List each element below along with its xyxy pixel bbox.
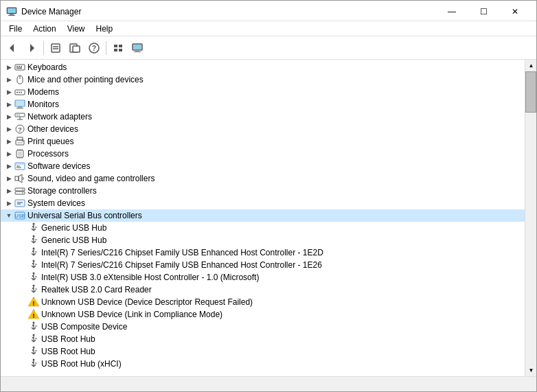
no-expand-btn [17,246,28,259]
tree-item[interactable]: Intel(R) 7 Series/C216 Chipset Family US… [1,246,525,259]
tree-item[interactable]: Realtek USB 2.0 Card Reader [1,284,525,296]
toolbar-sep-2 [106,41,106,55]
toolbar-forward[interactable] [23,39,41,57]
maximize-button[interactable]: ☐ [468,5,499,19]
svg-point-73 [33,235,35,238]
tree-item[interactable]: ▶Print queues [1,135,525,148]
item-label: Storage controllers [27,186,97,196]
software-icon [14,161,25,172]
menu-action[interactable]: Action [27,23,61,35]
scrollbar-track [525,71,536,365]
tree-item[interactable]: Generic USB Hub [1,234,525,246]
svg-rect-34 [16,108,23,108]
tree-view[interactable]: ▶Keyboards▶Mice and other pointing devic… [1,60,525,376]
svg-rect-58 [15,176,19,181]
expand-collapse-btn[interactable]: ▶ [3,86,14,98]
tree-item[interactable]: ▶Processors [1,148,525,160]
tree-item[interactable]: ▶Software devices [1,160,525,172]
cpu-icon [14,148,25,159]
menu-view[interactable]: View [62,23,91,35]
tree-item[interactable]: Intel(R) USB 3.0 eXtensible Host Control… [1,271,525,284]
item-label: USB Root Hub [41,347,95,356]
keyboard-icon [14,62,25,73]
scrollbar-thumb[interactable] [525,71,536,113]
tree-item[interactable]: ▶Monitors [1,98,525,111]
svg-point-62 [22,189,23,190]
toolbar-help[interactable]: ? [85,39,103,57]
item-label: System devices [27,198,85,208]
tree-item[interactable]: ▼USBUniversal Serial Bus controllers [1,209,525,222]
expand-collapse-btn[interactable]: ▶ [3,135,14,148]
usb-dev-icon [28,235,39,246]
item-label: USB Root Hub [41,334,95,344]
content-area: ▶Keyboards▶Mice and other pointing devic… [1,60,536,376]
toolbar-back[interactable] [3,39,21,57]
expand-collapse-btn[interactable]: ▶ [3,73,14,86]
tree-item[interactable]: !Unknown USB Device (Device Descriptor R… [1,296,525,308]
expand-collapse-btn[interactable]: ▶ [3,172,14,185]
svg-rect-98 [32,337,34,338]
tree-item[interactable]: Intel(R) 7 Series/C216 Chipset Family US… [1,259,525,271]
svg-marker-59 [19,174,22,183]
toolbar-view[interactable] [109,39,127,57]
expand-collapse-btn[interactable]: ▶ [3,197,14,209]
tree-item[interactable]: Generic USB Hub [1,222,525,234]
tree-item[interactable]: USB Root Hub [1,333,525,345]
minimize-button[interactable]: — [436,5,468,19]
svg-rect-33 [18,106,22,108]
svg-rect-15 [114,49,117,51]
tree-item[interactable]: ▶Network adapters [1,111,525,123]
scroll-up-button[interactable]: ▲ [525,60,536,71]
tree-item[interactable]: ▶Storage controllers [1,185,525,197]
tree-item[interactable]: ▶Keyboards [1,61,525,73]
svg-rect-35 [15,113,25,117]
usb-dev-icon [28,247,39,258]
svg-point-100 [33,347,35,349]
sound-icon [14,173,25,184]
toolbar-properties[interactable] [47,39,65,57]
svg-text:USB: USB [15,214,25,218]
tree-item[interactable]: ▶?Other devices [1,123,525,135]
scrollbar-vertical[interactable]: ▲ ▼ [525,60,536,376]
menu-file[interactable]: File [3,23,27,35]
item-label: Processors [27,149,69,159]
tree-item[interactable]: ▶Mice and other pointing devices [1,73,525,86]
expand-collapse-btn[interactable]: ▶ [3,185,14,197]
item-label: Intel(R) 7 Series/C216 Chipset Family US… [41,248,323,257]
tree-item[interactable]: !Unknown USB Device (Link in Compliance … [1,308,525,321]
svg-point-94 [33,322,35,324]
tree-item[interactable]: USB Root Hub [1,345,525,358]
no-expand-btn [17,296,28,308]
item-label: Network adapters [27,112,92,122]
svg-point-82 [33,273,35,275]
expand-collapse-btn[interactable]: ▼ [3,209,14,222]
usb-dev-icon [28,321,39,332]
tree-item[interactable]: ▶System devices [1,197,525,209]
svg-rect-44 [17,142,23,143]
svg-point-76 [33,248,35,250]
close-button[interactable]: ✕ [499,5,531,19]
svg-rect-74 [32,238,34,240]
toolbar-monitor[interactable] [128,39,146,57]
svg-rect-77 [32,251,34,252]
svg-rect-20 [134,51,141,52]
tree-item[interactable]: ▶Modems [1,86,525,98]
expand-collapse-btn[interactable]: ▶ [3,111,14,123]
expand-collapse-btn[interactable]: ▶ [3,61,14,73]
expand-collapse-btn[interactable]: ▶ [3,160,14,172]
tree-item[interactable]: USB Root Hub (xHCI) [1,358,525,370]
tree-item[interactable]: USB Composite Device [1,321,525,333]
scroll-down-button[interactable]: ▼ [525,365,536,376]
svg-point-37 [19,115,20,116]
item-label: Generic USB Hub [41,223,106,233]
expand-collapse-btn[interactable]: ▶ [3,148,14,160]
usb-dev-icon [28,272,39,283]
expand-collapse-btn[interactable]: ▶ [3,123,14,135]
toolbar-update[interactable] [66,39,84,57]
menu-help[interactable]: Help [91,23,119,35]
svg-rect-1 [8,8,16,13]
item-label: Software devices [27,161,90,171]
tree-item[interactable]: ▶Sound, video and game controllers [1,172,525,185]
expand-collapse-btn[interactable]: ▶ [3,98,14,111]
svg-point-45 [22,141,23,142]
